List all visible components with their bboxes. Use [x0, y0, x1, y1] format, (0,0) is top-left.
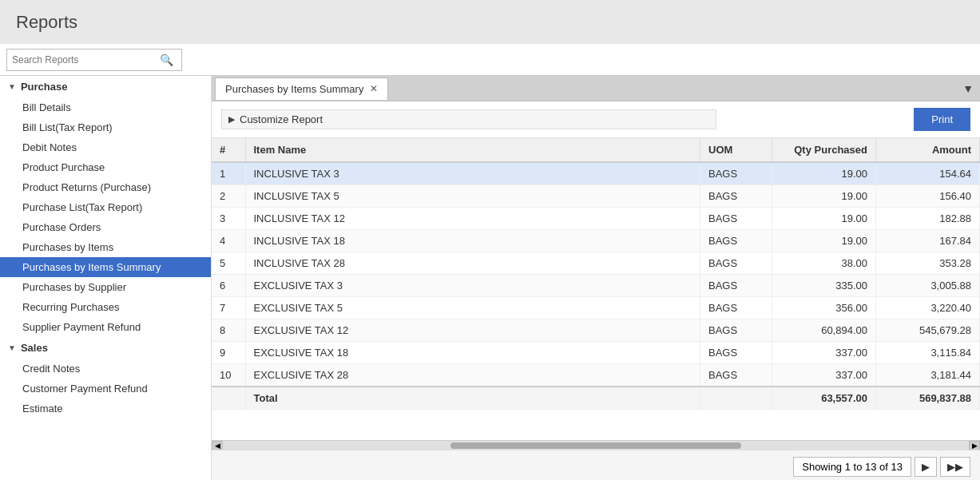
cell-num: 6	[212, 275, 245, 297]
sidebar-item-supplier-payment-refund[interactable]: Supplier Payment Refund	[0, 317, 211, 337]
play-icon: ▶	[228, 114, 235, 125]
cell-num: 5	[212, 252, 245, 275]
cell-amount: 3,181.44	[876, 364, 980, 387]
hscroll-left-arrow[interactable]: ◀	[212, 441, 223, 450]
cell-qty: 19.00	[772, 162, 876, 185]
content-area: ▼PurchaseBill DetailsBill List(Tax Repor…	[0, 76, 980, 480]
app-title: Reports	[16, 12, 77, 33]
cell-item-name: INCLUSIVE TAX 28	[245, 252, 700, 275]
search-button[interactable]: 🔍	[160, 54, 173, 66]
total-uom-empty	[700, 387, 772, 410]
cell-item-name: EXCLUSIVE TAX 28	[245, 364, 700, 387]
col-header-qty: Qty Purchased	[772, 138, 876, 162]
cell-num: 3	[212, 208, 245, 230]
table-row: 2 INCLUSIVE TAX 5 BAGS 19.00 156.40	[212, 185, 980, 208]
cell-uom: BAGS	[700, 297, 772, 319]
cell-num: 8	[212, 319, 245, 342]
table-row: 4 INCLUSIVE TAX 18 BAGS 19.00 167.84	[212, 230, 980, 252]
cell-num: 7	[212, 297, 245, 319]
print-button[interactable]: Print	[914, 108, 970, 131]
cell-item-name: INCLUSIVE TAX 12	[245, 208, 700, 230]
sidebar-item-estimate[interactable]: Estimate	[0, 399, 211, 419]
cell-item-name: EXCLUSIVE TAX 12	[245, 319, 700, 342]
hscroll-thumb[interactable]	[450, 442, 741, 449]
cell-amount: 3,220.40	[876, 297, 980, 319]
search-box: 🔍	[6, 49, 182, 71]
sidebar-section-purchase[interactable]: ▼Purchase	[0, 76, 211, 97]
cell-amount: 156.40	[876, 185, 980, 208]
pagination-bar: Showing 1 to 13 of 13 ▶ ▶▶	[212, 450, 980, 480]
cell-uom: BAGS	[700, 252, 772, 275]
col-header-amount: Amount	[876, 138, 980, 162]
sidebar-item-purchases-by-items-summary[interactable]: Purchases by Items Summary	[0, 257, 211, 277]
table-row: 8 EXCLUSIVE TAX 12 BAGS 60,894.00 545,67…	[212, 319, 980, 342]
tab-dropdown-button[interactable]: ▼	[959, 79, 977, 98]
sidebar: ▼PurchaseBill DetailsBill List(Tax Repor…	[0, 76, 212, 480]
cell-amount: 154.64	[876, 162, 980, 185]
section-label: Purchase	[21, 81, 68, 93]
cell-qty: 337.00	[772, 364, 876, 387]
sidebar-section-sales[interactable]: ▼Sales	[0, 337, 211, 359]
sidebar-item-product-purchase[interactable]: Product Purchase	[0, 157, 211, 177]
cell-uom: BAGS	[700, 364, 772, 387]
cell-qty: 38.00	[772, 252, 876, 275]
sidebar-item-purchases-by-supplier[interactable]: Purchases by Supplier	[0, 277, 211, 297]
customize-label: Customize Report	[240, 113, 323, 125]
cell-amount: 182.88	[876, 208, 980, 230]
cell-num: 2	[212, 185, 245, 208]
sidebar-item-bill-details[interactable]: Bill Details	[0, 97, 211, 117]
report-table-wrapper: # Item Name UOM Qty Purchased Amount 1 I…	[212, 138, 980, 440]
report-content: ▶ Customize Report Print # Item Name UOM	[212, 101, 980, 480]
table-row: 10 EXCLUSIVE TAX 28 BAGS 337.00 3,181.44	[212, 364, 980, 387]
cell-amount: 3,005.88	[876, 275, 980, 297]
cell-qty: 356.00	[772, 297, 876, 319]
cell-uom: BAGS	[700, 342, 772, 364]
sidebar-item-credit-notes[interactable]: Credit Notes	[0, 359, 211, 379]
section-arrow: ▼	[8, 343, 16, 352]
search-input[interactable]	[12, 54, 160, 65]
hscroll-right-arrow[interactable]: ▶	[969, 441, 980, 450]
app-title-bar: Reports	[0, 0, 980, 44]
last-page-button[interactable]: ▶▶	[940, 457, 970, 477]
sidebar-item-product-returns[interactable]: Product Returns (Purchase)	[0, 177, 211, 197]
horizontal-scrollbar[interactable]: ◀ ▶	[212, 440, 980, 450]
sidebar-item-debit-notes[interactable]: Debit Notes	[0, 137, 211, 157]
cell-uom: BAGS	[700, 208, 772, 230]
table-row: 5 INCLUSIVE TAX 28 BAGS 38.00 353.28	[212, 252, 980, 275]
next-page-button[interactable]: ▶	[915, 457, 937, 477]
col-header-num: #	[212, 138, 245, 162]
top-bar: 🔍	[0, 44, 980, 76]
cell-num: 4	[212, 230, 245, 252]
sidebar-item-purchase-orders[interactable]: Purchase Orders	[0, 217, 211, 237]
sidebar-item-recurring-purchases[interactable]: Recurring Purchases	[0, 297, 211, 317]
cell-num: 1	[212, 162, 245, 185]
table-header-row: # Item Name UOM Qty Purchased Amount	[212, 138, 980, 162]
sidebar-item-bill-list-tax[interactable]: Bill List(Tax Report)	[0, 117, 211, 137]
cell-num: 9	[212, 342, 245, 364]
cell-qty: 19.00	[772, 230, 876, 252]
cell-item-name: EXCLUSIVE TAX 18	[245, 342, 700, 364]
cell-uom: BAGS	[700, 230, 772, 252]
col-header-item-name: Item Name	[245, 138, 700, 162]
cell-amount: 353.28	[876, 252, 980, 275]
tab-close-button[interactable]: ✕	[370, 83, 378, 94]
pagination-info: Showing 1 to 13 of 13	[793, 457, 911, 477]
cell-uom: BAGS	[700, 275, 772, 297]
cell-uom: BAGS	[700, 162, 772, 185]
table-total-row: Total 63,557.00 569,837.88	[212, 387, 980, 410]
cell-qty: 60,894.00	[772, 319, 876, 342]
cell-uom: BAGS	[700, 185, 772, 208]
tab-purchases-items-summary[interactable]: Purchases by Items Summary ✕	[215, 77, 388, 100]
sidebar-item-purchases-by-items[interactable]: Purchases by Items	[0, 237, 211, 257]
table-row: 7 EXCLUSIVE TAX 5 BAGS 356.00 3,220.40	[212, 297, 980, 319]
sidebar-item-customer-payment-refund[interactable]: Customer Payment Refund	[0, 379, 211, 399]
section-label: Sales	[21, 342, 48, 354]
sidebar-item-purchase-list-tax[interactable]: Purchase List(Tax Report)	[0, 197, 211, 217]
table-row: 6 EXCLUSIVE TAX 3 BAGS 335.00 3,005.88	[212, 275, 980, 297]
cell-item-name: EXCLUSIVE TAX 3	[245, 275, 700, 297]
tab-label: Purchases by Items Summary	[225, 83, 363, 95]
customize-report-button[interactable]: ▶ Customize Report	[221, 109, 716, 129]
col-header-uom: UOM	[700, 138, 772, 162]
cell-item-name: INCLUSIVE TAX 5	[245, 185, 700, 208]
cell-qty: 19.00	[772, 208, 876, 230]
